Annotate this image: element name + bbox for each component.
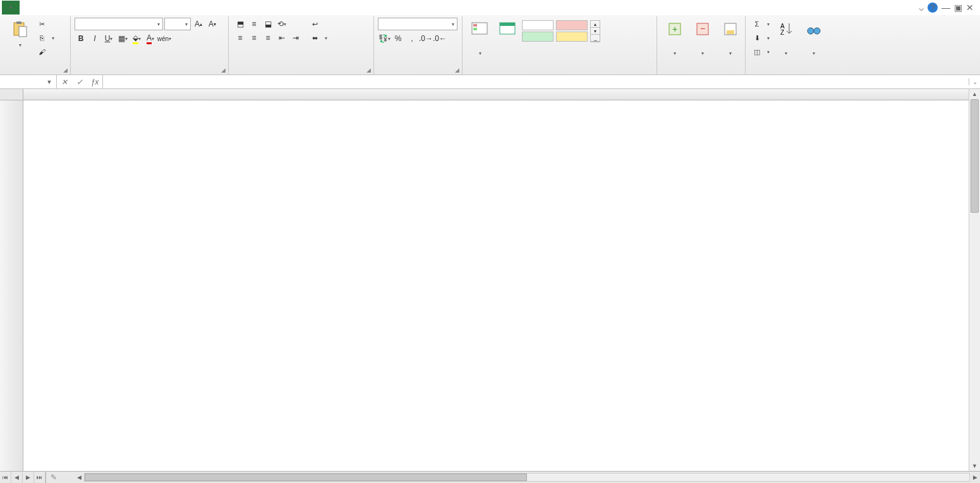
format-cells-button[interactable]: ▾ <box>717 18 744 75</box>
horizontal-scrollbar[interactable]: ◀ ▶ <box>74 473 980 482</box>
decrease-decimal-button[interactable]: .0← <box>433 32 446 45</box>
cut-button[interactable]: ✂ <box>35 18 56 30</box>
svg-rect-4 <box>473 24 477 27</box>
autosum-button[interactable]: Σ▾ <box>751 18 771 30</box>
decrease-font-button[interactable]: A▾ <box>206 18 219 30</box>
confirm-edit-button[interactable]: ✓ <box>72 75 87 88</box>
scroll-right-icon[interactable]: ▶ <box>970 474 980 480</box>
cells-area[interactable] <box>23 100 969 471</box>
merge-icon: ⬌ <box>310 33 320 43</box>
format-icon <box>720 19 741 39</box>
fill-down-icon: ⬇ <box>752 33 762 43</box>
font-size-combo[interactable]: ▾ <box>164 18 191 30</box>
format-painter-button[interactable]: 🖌 <box>35 45 56 58</box>
scroll-left-icon[interactable]: ◀ <box>74 474 84 480</box>
ribbon: ▾ ✂ ⎘▾ 🖌 ◢ ▾ ▾ A▴ A▾ B I U▾ ▦▾ ⬙▾ <box>0 15 980 75</box>
phonetic-button[interactable]: wén▾ <box>158 32 171 45</box>
vertical-scrollbar[interactable]: ▲ ▼ <box>969 89 980 471</box>
new-sheet-button[interactable]: ✎ <box>46 473 61 482</box>
bold-button[interactable]: B <box>75 32 87 45</box>
style-neutral[interactable] <box>556 32 588 42</box>
border-button[interactable]: ▦▾ <box>116 32 129 45</box>
table-icon <box>498 19 518 39</box>
align-bottom-button[interactable]: ⬓ <box>262 18 274 30</box>
dialog-launcher-icon[interactable]: ◢ <box>63 67 68 73</box>
conditional-format-button[interactable]: ▾ <box>466 18 494 75</box>
find-select-button[interactable]: ▾ <box>800 18 828 75</box>
fill-color-button[interactable]: ⬙▾ <box>130 32 143 45</box>
style-normal[interactable] <box>522 20 554 30</box>
help-icon[interactable]: ? <box>928 3 938 13</box>
first-sheet-icon[interactable]: ⏮ <box>0 472 11 483</box>
name-box[interactable]: ▼ <box>0 75 57 88</box>
orientation-button[interactable]: ⟲▾ <box>275 18 288 30</box>
format-as-table-button[interactable] <box>494 18 522 75</box>
number-format-combo[interactable]: ▾ <box>378 18 457 30</box>
copy-button[interactable]: ⎘▾ <box>35 32 56 44</box>
italic-button[interactable]: I <box>88 32 101 45</box>
hscroll-thumb[interactable] <box>85 474 527 481</box>
dialog-launcher-icon[interactable]: ◢ <box>221 67 226 73</box>
paste-icon <box>10 19 30 39</box>
gallery-up-icon[interactable]: ▴ <box>591 21 600 28</box>
gallery-more-icon[interactable]: ⎯ <box>591 35 600 42</box>
gallery-down-icon[interactable]: ▾ <box>591 28 600 35</box>
sheet-tab-bar: ⏮ ◀ ▶ ⏭ ✎ ◀ ▶ <box>0 471 980 483</box>
expand-formula-bar-icon[interactable]: ⌄ <box>969 78 980 85</box>
ribbon-collapse-icon[interactable]: ⌵ <box>919 3 924 13</box>
scroll-down-icon[interactable]: ▼ <box>969 461 980 471</box>
delete-cells-button[interactable]: −▾ <box>689 18 717 75</box>
ribbon-group-font: ▾ ▾ A▴ A▾ B I U▾ ▦▾ ⬙▾ A▾ wén▾ ◢ <box>71 16 229 75</box>
align-center-button[interactable]: ≡ <box>248 32 260 44</box>
increase-decimal-button[interactable]: .0→ <box>420 32 432 45</box>
ribbon-group-cells: +▾ −▾ ▾ <box>657 16 746 75</box>
fill-button[interactable]: ⬇▾ <box>751 32 771 44</box>
align-top-button[interactable]: ⬒ <box>234 18 246 30</box>
next-sheet-icon[interactable]: ▶ <box>23 472 34 483</box>
wrap-text-button[interactable]: ↩ <box>308 18 329 30</box>
align-right-button[interactable]: ≡ <box>262 32 274 44</box>
cell-reference-input[interactable] <box>0 78 44 86</box>
name-box-dropdown-icon[interactable]: ▼ <box>44 79 54 85</box>
font-name-combo[interactable]: ▾ <box>75 18 163 30</box>
scroll-thumb[interactable] <box>971 99 979 213</box>
ribbon-group-editing: Σ▾ ⬇▾ ◫▾ AZ▾ ▾ <box>746 16 891 75</box>
dialog-launcher-icon[interactable]: ◢ <box>366 67 371 73</box>
dialog-launcher-icon[interactable]: ◢ <box>455 67 459 73</box>
file-menu[interactable]: ▼ <box>2 1 20 15</box>
restore-icon[interactable]: ▣ <box>954 3 962 13</box>
merge-center-button[interactable]: ⬌▾ <box>308 32 329 44</box>
close-icon[interactable]: ✕ <box>966 3 974 13</box>
svg-rect-7 <box>500 23 515 26</box>
copy-icon: ⎘ <box>37 33 47 43</box>
scroll-up-icon[interactable]: ▲ <box>969 89 980 99</box>
align-middle-button[interactable]: ≡ <box>248 18 260 30</box>
align-left-button[interactable]: ≡ <box>234 32 246 44</box>
percent-button[interactable]: % <box>392 32 404 45</box>
style-bad[interactable] <box>556 20 588 30</box>
insert-cells-button[interactable]: +▾ <box>661 18 689 75</box>
font-color-button[interactable]: A▾ <box>144 32 157 45</box>
sort-filter-button[interactable]: AZ▾ <box>772 18 800 75</box>
prev-sheet-icon[interactable]: ◀ <box>11 472 23 483</box>
column-headers <box>23 89 969 100</box>
accounting-format-button[interactable]: 💱▾ <box>378 32 390 45</box>
style-good[interactable] <box>522 32 554 42</box>
spreadsheet-grid[interactable]: ▲ ▼ <box>0 89 980 471</box>
svg-rect-5 <box>473 28 477 30</box>
insert-function-button[interactable]: ƒx <box>87 75 102 88</box>
minimize-icon[interactable]: — <box>941 3 950 13</box>
select-all-button[interactable] <box>0 89 23 100</box>
ribbon-group-alignment: ⬒ ≡ ⬓ ⟲▾ ≡ ≡ ≡ ⇤ ⇥ ↩ ⬌▾ ◢ <box>229 16 374 75</box>
underline-button[interactable]: U▾ <box>102 32 115 45</box>
clear-button[interactable]: ◫▾ <box>751 45 771 58</box>
increase-font-button[interactable]: A▴ <box>192 18 205 30</box>
formula-input[interactable] <box>103 78 969 86</box>
cancel-edit-button[interactable]: ✕ <box>57 75 72 88</box>
decrease-indent-button[interactable]: ⇤ <box>275 32 288 44</box>
cell-styles-gallery[interactable] <box>522 20 589 42</box>
last-sheet-icon[interactable]: ⏭ <box>34 472 45 483</box>
paste-button[interactable]: ▾ <box>6 18 34 75</box>
comma-button[interactable]: , <box>406 32 418 45</box>
increase-indent-button[interactable]: ⇥ <box>289 32 302 44</box>
